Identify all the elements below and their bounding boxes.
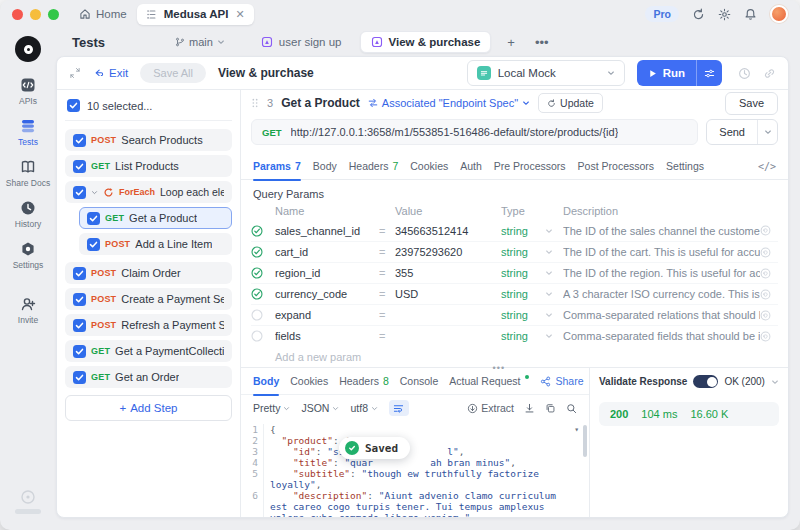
add-param-row[interactable]: Add a new param [251, 346, 778, 367]
add-scenario-button[interactable]: + [503, 35, 519, 50]
reset-param-icon[interactable] [760, 289, 771, 300]
download-icon[interactable] [524, 403, 535, 414]
validate-response-toggle[interactable] [693, 375, 718, 388]
app-logo[interactable] [15, 36, 41, 62]
param-type[interactable]: string [501, 330, 545, 342]
request-tab-headers[interactable]: Headers7 [349, 153, 399, 180]
response-tab-headers[interactable]: Headers8 [339, 368, 389, 395]
rail-item-tests[interactable]: Tests [18, 118, 38, 147]
param-type[interactable]: string [501, 246, 545, 258]
step-checkbox[interactable] [87, 238, 100, 251]
home-tab[interactable]: Home [79, 8, 127, 20]
close-window-icon[interactable] [12, 9, 23, 20]
run-settings-button[interactable] [696, 60, 722, 86]
environment-select[interactable]: Local Mock [467, 60, 625, 86]
close-tab-icon[interactable]: ✕ [235, 9, 244, 20]
reset-param-icon[interactable] [760, 310, 771, 321]
reset-param-icon[interactable] [760, 331, 771, 342]
user-avatar[interactable] [770, 5, 788, 23]
response-body-viewer[interactable]: 1{2 "product": {3 "id": "sstjkQjW l",4 "… [241, 421, 589, 517]
share-button[interactable]: Share [540, 375, 583, 387]
collapse-panel-icon[interactable] [69, 67, 81, 79]
link-icon[interactable] [763, 67, 776, 80]
document-tab-medusa-api[interactable]: Medusa API ✕ [137, 4, 254, 25]
param-value[interactable]: 345663512414 [395, 225, 501, 237]
gear-icon[interactable] [718, 8, 731, 21]
param-disabled-icon[interactable] [251, 330, 263, 342]
step-checkbox[interactable] [73, 371, 86, 384]
param-enabled-icon[interactable] [251, 288, 263, 300]
request-tab-settings[interactable]: Settings [666, 153, 704, 180]
scenario-tab-view-purchase[interactable]: View & purchase [360, 31, 492, 53]
param-name[interactable]: fields [275, 330, 379, 342]
param-name[interactable]: expand [275, 309, 379, 321]
step-checkbox[interactable] [73, 186, 86, 199]
step-checkbox[interactable] [73, 345, 86, 358]
send-button[interactable]: Send [707, 126, 757, 138]
step-get-a-product[interactable]: GETGet a Product [79, 207, 232, 229]
reset-param-icon[interactable] [760, 247, 771, 258]
param-name[interactable]: cart_id [275, 246, 379, 258]
word-wrap-toggle[interactable] [389, 400, 409, 416]
param-value[interactable]: USD [395, 288, 501, 300]
code-view-icon[interactable]: </> [758, 161, 776, 172]
window-controls[interactable] [12, 9, 59, 20]
encoding-select[interactable]: utf8 [350, 402, 378, 414]
response-tab-body[interactable]: Body [253, 368, 279, 395]
step-checkbox[interactable] [73, 267, 86, 280]
step-claim-order[interactable]: POSTClaim Order [65, 262, 232, 284]
minimize-window-icon[interactable] [30, 9, 41, 20]
branch-selector[interactable]: main [175, 36, 225, 48]
reset-param-icon[interactable] [760, 225, 771, 236]
url-input[interactable]: GET http://127.0.0.1:3658/m1/553851-5164… [251, 119, 698, 145]
scenario-tab-user-sign-up[interactable]: user sign up [251, 32, 352, 52]
step-checkbox[interactable] [87, 212, 100, 225]
step-checkbox[interactable] [73, 134, 86, 147]
response-tab-actual-request[interactable]: Actual Request [449, 368, 529, 395]
request-tab-pre-processors[interactable]: Pre Processors [494, 153, 566, 180]
request-tab-params[interactable]: Params7 [253, 153, 301, 180]
param-value[interactable]: 23975293620 [395, 246, 501, 258]
response-tab-console[interactable]: Console [400, 368, 439, 395]
sync-icon[interactable] [692, 8, 705, 21]
rail-item-invite[interactable]: Invite [18, 296, 38, 325]
param-type[interactable]: string [501, 267, 545, 279]
response-tab-cookies[interactable]: Cookies [290, 368, 328, 395]
request-tab-auth[interactable]: Auth [460, 153, 482, 180]
step-refresh-a-payment-session[interactable]: POSTRefresh a Payment Session [65, 314, 232, 336]
language-select[interactable]: JSON [301, 402, 339, 414]
save-all-button[interactable]: Save All [140, 63, 206, 83]
param-type[interactable]: string [501, 309, 545, 321]
code-fold-icon[interactable]: ▾ [574, 424, 579, 435]
add-step-button[interactable]: + Add Step [65, 395, 232, 421]
step-checkbox[interactable] [73, 160, 86, 173]
param-value[interactable]: 355 [395, 267, 501, 279]
bell-icon[interactable] [744, 8, 757, 21]
rail-item-apis[interactable]: APIs [19, 77, 37, 106]
step-foreach[interactable]: ForEachLoop each element in {{ [65, 181, 232, 203]
reset-param-icon[interactable] [760, 268, 771, 279]
select-all-checkbox[interactable] [67, 99, 80, 112]
request-tab-post-processors[interactable]: Post Processors [578, 153, 654, 180]
request-tab-cookies[interactable]: Cookies [410, 153, 448, 180]
code-scrollbar[interactable] [583, 425, 587, 457]
rail-item-history[interactable]: History [15, 200, 41, 229]
step-get-an-order[interactable]: GETGet an Order [65, 366, 232, 388]
associated-endpoint-dropdown[interactable]: Associated "Endpoint Spec" [368, 97, 530, 109]
step-create-a-payment-session[interactable]: POSTCreate a Payment Session [65, 288, 232, 310]
step-checkbox[interactable] [73, 293, 86, 306]
param-type[interactable]: string [501, 225, 545, 237]
param-enabled-icon[interactable] [251, 267, 263, 279]
rail-item-settings[interactable]: Settings [13, 241, 44, 270]
format-select[interactable]: Pretty [253, 402, 290, 414]
param-disabled-icon[interactable] [251, 309, 263, 321]
chevron-down-icon[interactable] [771, 378, 779, 386]
copy-icon[interactable] [545, 403, 556, 414]
drag-handle-icon[interactable] [251, 98, 259, 108]
rail-bottom-icon[interactable] [15, 489, 41, 514]
maximize-window-icon[interactable] [48, 9, 59, 20]
step-get-a-paymentcollection[interactable]: GETGet a PaymentCollection [65, 340, 232, 362]
step-add-a-line-item[interactable]: POSTAdd a Line Item [79, 233, 232, 255]
param-name[interactable]: sales_channel_id [275, 225, 379, 237]
param-type[interactable]: string [501, 288, 545, 300]
